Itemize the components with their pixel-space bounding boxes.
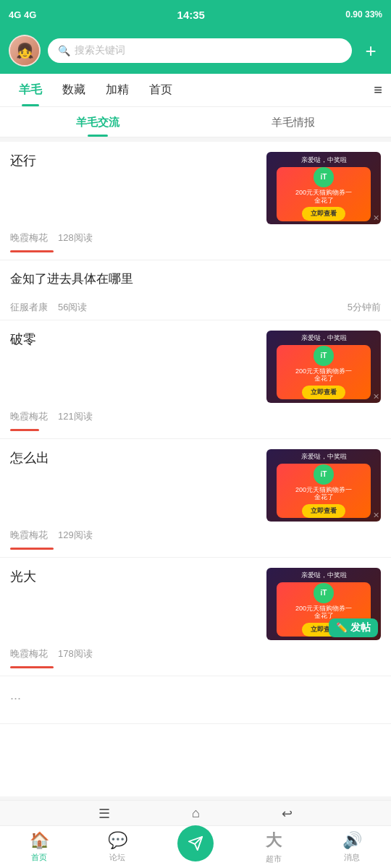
search-icon: 🔍 xyxy=(58,45,70,56)
post-author: 晚霞梅花 xyxy=(10,647,48,660)
thumb-view-btn: 立即查看 xyxy=(302,504,345,518)
nav-item-home[interactable]: 🏠 首页 xyxy=(0,831,78,863)
post-title: ... xyxy=(10,686,381,705)
post-reads: 56阅读 xyxy=(58,301,87,314)
nav-item-market[interactable]: 大 超市 xyxy=(235,830,313,864)
post-text-area: 金知了进去具体在哪里 xyxy=(10,271,381,294)
nav-tab-shoye[interactable]: 首页 xyxy=(139,74,182,106)
sub-tabs: 羊毛交流 羊毛情报 xyxy=(0,107,391,137)
post-title: 怎么出 xyxy=(10,449,258,467)
nav-label-home: 首页 xyxy=(31,852,47,863)
post-reads: 129阅读 xyxy=(58,529,93,542)
publish-icon xyxy=(188,835,203,851)
nav-label-forum: 论坛 xyxy=(109,852,125,863)
nav-tabs: 羊毛 数藏 加精 首页 ≡ xyxy=(0,74,391,107)
post-meta: 晚霞梅花 121阅读 xyxy=(10,403,381,429)
content-area: 还行 亲爱哒，中奖啦 iT 200元天猫购物券一金花了 立即查看 ✕ 晚霞梅花 xyxy=(0,142,391,796)
post-text-area: 破零 xyxy=(10,331,258,354)
sub-tab-info[interactable]: 羊毛情报 xyxy=(196,107,391,137)
publish-button[interactable] xyxy=(177,825,214,861)
post-text-area: 光大 xyxy=(10,568,258,592)
post-author: 征服者康 xyxy=(10,301,48,314)
market-icon: 大 xyxy=(266,830,282,851)
avatar-img: 👧 xyxy=(10,36,39,65)
thumb-green-icon: iT xyxy=(314,583,334,603)
status-left: 4G 4G xyxy=(9,9,36,20)
plus-button[interactable]: + xyxy=(359,40,382,62)
post-title: 光大 xyxy=(10,568,258,586)
post-meta: 晚霞梅花 129阅读 xyxy=(10,522,381,548)
red-underline xyxy=(10,429,39,431)
home-icon: 🏠 xyxy=(30,831,49,850)
post-thumbnail: 亲爱哒，中奖啦 iT 200元天猫购物券一金花了 立即查看 ✏️ 发帖 xyxy=(266,568,381,640)
thumb-green-icon: iT xyxy=(314,167,334,187)
search-placeholder: 搜索关键词 xyxy=(75,44,125,57)
post-meta: 征服者康 56阅读 5分钟前 xyxy=(10,294,381,320)
thumb-green-icon: iT xyxy=(314,464,334,485)
sub-tab-exchange[interactable]: 羊毛交流 xyxy=(0,107,196,137)
post-meta: 晚霞梅花 178阅读 xyxy=(10,640,381,666)
post-item[interactable]: 怎么出 亲爱哒，中奖啦 iT 200元天猫购物券一金花了 立即查看 ✕ 晚霞梅 xyxy=(0,439,391,558)
header: 👧 🔍 搜索关键词 + xyxy=(0,29,391,74)
post-meta xyxy=(10,710,381,723)
status-bar: 4G 4G 14:35 0.90 33% xyxy=(0,0,391,29)
float-post-label: 发帖 xyxy=(350,621,371,634)
post-author: 晚霞梅花 xyxy=(10,410,48,423)
post-text-area: 还行 xyxy=(10,152,258,176)
post-item-partial[interactable]: ... xyxy=(0,676,391,724)
post-item[interactable]: 还行 亲爱哒，中奖啦 iT 200元天猫购物券一金花了 立即查看 ✕ 晚霞梅花 xyxy=(0,142,391,260)
post-author: 晚霞梅花 xyxy=(10,231,48,244)
post-item[interactable]: 破零 亲爱哒，中奖啦 iT 200元天猫购物券一金花了 立即查看 ✕ 晚霞梅花 xyxy=(0,320,391,439)
post-meta: 晚霞梅花 128阅读 xyxy=(10,224,381,250)
nav-item-message[interactable]: 🔊 消息 xyxy=(313,831,391,863)
forum-icon: 💬 xyxy=(108,831,127,850)
post-reads: 128阅读 xyxy=(58,231,93,244)
sys-nav-bar: ☰ ⌂ ↩ xyxy=(0,800,391,826)
search-bar[interactable]: 🔍 搜索关键词 xyxy=(48,38,352,63)
post-author: 晚霞梅花 xyxy=(10,529,48,542)
thumb-view-btn: 立即查看 xyxy=(302,386,345,399)
bottom-nav: 🏠 首页 💬 论坛 大 超市 🔊 消息 xyxy=(0,825,391,868)
nav-tab-jiajing[interactable]: 加精 xyxy=(96,74,139,106)
post-item[interactable]: 金知了进去具体在哪里 征服者康 56阅读 5分钟前 xyxy=(0,260,391,320)
nav-label-market: 超市 xyxy=(266,854,282,864)
red-underline xyxy=(10,250,54,252)
nav-tab-shucang[interactable]: 数藏 xyxy=(52,74,96,106)
nav-menu-icon[interactable]: ≡ xyxy=(374,82,382,98)
avatar[interactable]: 👧 xyxy=(9,35,41,67)
post-item[interactable]: 光大 亲爱哒，中奖啦 iT 200元天猫购物券一金花了 立即查看 ✏️ xyxy=(0,558,391,676)
nav-tab-yanmao[interactable]: 羊毛 xyxy=(9,74,52,106)
post-time: 5分钟前 xyxy=(348,301,381,314)
red-underline xyxy=(10,666,54,668)
post-thumbnail: 亲爱哒，中奖啦 iT 200元天猫购物券一金花了 立即查看 ✕ xyxy=(266,331,381,403)
message-icon: 🔊 xyxy=(342,831,362,850)
thumb-green-icon: iT xyxy=(314,346,334,366)
float-post-btn[interactable]: ✏️ 发帖 xyxy=(329,618,378,637)
sys-nav-menu[interactable]: ☰ xyxy=(98,806,110,822)
post-title: 破零 xyxy=(10,331,258,349)
post-reads: 178阅读 xyxy=(58,647,93,660)
post-thumbnail: 亲爱哒，中奖啦 iT 200元天猫购物券一金花了 立即查看 ✕ xyxy=(266,152,381,224)
status-right: 0.90 33% xyxy=(345,9,382,20)
signal-text: 4G 4G xyxy=(9,9,36,20)
sys-nav-back[interactable]: ↩ xyxy=(282,806,293,822)
post-text-area: 怎么出 xyxy=(10,449,258,473)
nav-label-message: 消息 xyxy=(344,852,360,863)
nav-item-forum[interactable]: 💬 论坛 xyxy=(78,831,156,863)
post-text-area: ... xyxy=(10,686,381,710)
post-title: 金知了进去具体在哪里 xyxy=(10,271,381,288)
red-underline xyxy=(10,548,54,550)
battery-text: 0.90 33% xyxy=(345,9,382,20)
thumb-view-btn: 立即查看 xyxy=(302,207,345,221)
status-time: 14:35 xyxy=(177,9,205,21)
post-reads: 121阅读 xyxy=(58,410,93,423)
nav-item-publish[interactable] xyxy=(156,833,235,861)
sys-nav-home[interactable]: ⌂ xyxy=(192,806,200,821)
post-thumbnail: 亲爱哒，中奖啦 iT 200元天猫购物券一金花了 立即查看 ✕ xyxy=(266,449,381,522)
post-title: 还行 xyxy=(10,152,258,170)
